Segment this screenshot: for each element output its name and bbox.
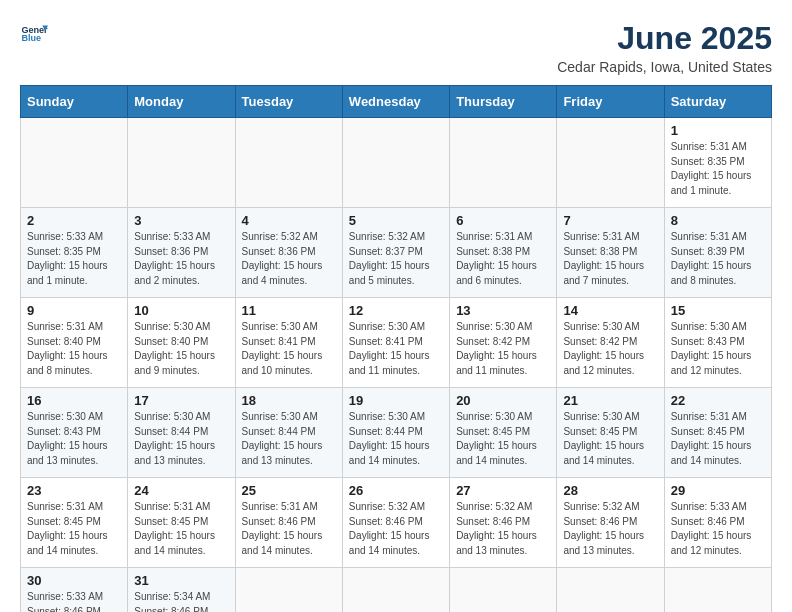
calendar-week-row: 2 Sunrise: 5:33 AM Sunset: 8:35 PM Dayli…: [21, 208, 772, 298]
day-number: 3: [134, 213, 228, 228]
svg-text:Blue: Blue: [21, 33, 41, 43]
logo: General Blue: [20, 20, 48, 48]
day-number: 11: [242, 303, 336, 318]
day-info: Sunrise: 5:31 AM Sunset: 8:46 PM Dayligh…: [242, 500, 336, 558]
day-info: Sunrise: 5:31 AM Sunset: 8:40 PM Dayligh…: [27, 320, 121, 378]
calendar-cell: 29 Sunrise: 5:33 AM Sunset: 8:46 PM Dayl…: [664, 478, 771, 568]
day-number: 26: [349, 483, 443, 498]
header-tuesday: Tuesday: [235, 86, 342, 118]
calendar-cell: 25 Sunrise: 5:31 AM Sunset: 8:46 PM Dayl…: [235, 478, 342, 568]
header-friday: Friday: [557, 86, 664, 118]
day-number: 9: [27, 303, 121, 318]
header-wednesday: Wednesday: [342, 86, 449, 118]
day-number: 17: [134, 393, 228, 408]
calendar-cell: [557, 568, 664, 613]
day-number: 31: [134, 573, 228, 588]
header-saturday: Saturday: [664, 86, 771, 118]
day-info: Sunrise: 5:31 AM Sunset: 8:45 PM Dayligh…: [134, 500, 228, 558]
calendar-cell: 8 Sunrise: 5:31 AM Sunset: 8:39 PM Dayli…: [664, 208, 771, 298]
day-info: Sunrise: 5:32 AM Sunset: 8:46 PM Dayligh…: [349, 500, 443, 558]
calendar-cell: 13 Sunrise: 5:30 AM Sunset: 8:42 PM Dayl…: [450, 298, 557, 388]
day-info: Sunrise: 5:33 AM Sunset: 8:46 PM Dayligh…: [671, 500, 765, 558]
calendar-cell: 27 Sunrise: 5:32 AM Sunset: 8:46 PM Dayl…: [450, 478, 557, 568]
day-number: 25: [242, 483, 336, 498]
day-info: Sunrise: 5:31 AM Sunset: 8:45 PM Dayligh…: [671, 410, 765, 468]
calendar-cell: [342, 118, 449, 208]
day-info: Sunrise: 5:32 AM Sunset: 8:36 PM Dayligh…: [242, 230, 336, 288]
calendar-cell: 12 Sunrise: 5:30 AM Sunset: 8:41 PM Dayl…: [342, 298, 449, 388]
day-info: Sunrise: 5:30 AM Sunset: 8:44 PM Dayligh…: [349, 410, 443, 468]
day-number: 27: [456, 483, 550, 498]
calendar-week-row: 16 Sunrise: 5:30 AM Sunset: 8:43 PM Dayl…: [21, 388, 772, 478]
day-number: 19: [349, 393, 443, 408]
day-info: Sunrise: 5:32 AM Sunset: 8:37 PM Dayligh…: [349, 230, 443, 288]
calendar-cell: 16 Sunrise: 5:30 AM Sunset: 8:43 PM Dayl…: [21, 388, 128, 478]
day-number: 12: [349, 303, 443, 318]
calendar-cell: [450, 118, 557, 208]
day-number: 5: [349, 213, 443, 228]
day-number: 2: [27, 213, 121, 228]
day-number: 28: [563, 483, 657, 498]
day-info: Sunrise: 5:32 AM Sunset: 8:46 PM Dayligh…: [563, 500, 657, 558]
day-number: 24: [134, 483, 228, 498]
day-number: 22: [671, 393, 765, 408]
day-info: Sunrise: 5:34 AM Sunset: 8:46 PM Dayligh…: [134, 590, 228, 612]
day-number: 14: [563, 303, 657, 318]
calendar-cell: 6 Sunrise: 5:31 AM Sunset: 8:38 PM Dayli…: [450, 208, 557, 298]
day-info: Sunrise: 5:31 AM Sunset: 8:39 PM Dayligh…: [671, 230, 765, 288]
title-area: June 2025 Cedar Rapids, Iowa, United Sta…: [557, 20, 772, 75]
calendar-cell: 7 Sunrise: 5:31 AM Sunset: 8:38 PM Dayli…: [557, 208, 664, 298]
day-number: 8: [671, 213, 765, 228]
day-info: Sunrise: 5:33 AM Sunset: 8:36 PM Dayligh…: [134, 230, 228, 288]
calendar-cell: 19 Sunrise: 5:30 AM Sunset: 8:44 PM Dayl…: [342, 388, 449, 478]
day-info: Sunrise: 5:30 AM Sunset: 8:42 PM Dayligh…: [456, 320, 550, 378]
day-info: Sunrise: 5:30 AM Sunset: 8:41 PM Dayligh…: [242, 320, 336, 378]
day-info: Sunrise: 5:30 AM Sunset: 8:43 PM Dayligh…: [27, 410, 121, 468]
calendar-cell: [557, 118, 664, 208]
header-monday: Monday: [128, 86, 235, 118]
calendar-table: SundayMondayTuesdayWednesdayThursdayFrid…: [20, 85, 772, 612]
calendar-week-row: 30 Sunrise: 5:33 AM Sunset: 8:46 PM Dayl…: [21, 568, 772, 613]
calendar-cell: [342, 568, 449, 613]
day-info: Sunrise: 5:30 AM Sunset: 8:45 PM Dayligh…: [563, 410, 657, 468]
day-info: Sunrise: 5:30 AM Sunset: 8:44 PM Dayligh…: [242, 410, 336, 468]
day-number: 30: [27, 573, 121, 588]
day-number: 21: [563, 393, 657, 408]
calendar-cell: 28 Sunrise: 5:32 AM Sunset: 8:46 PM Dayl…: [557, 478, 664, 568]
calendar-cell: 10 Sunrise: 5:30 AM Sunset: 8:40 PM Dayl…: [128, 298, 235, 388]
day-number: 10: [134, 303, 228, 318]
day-info: Sunrise: 5:30 AM Sunset: 8:44 PM Dayligh…: [134, 410, 228, 468]
logo-icon: General Blue: [20, 20, 48, 48]
calendar-cell: 26 Sunrise: 5:32 AM Sunset: 8:46 PM Dayl…: [342, 478, 449, 568]
day-info: Sunrise: 5:31 AM Sunset: 8:38 PM Dayligh…: [563, 230, 657, 288]
calendar-cell: 23 Sunrise: 5:31 AM Sunset: 8:45 PM Dayl…: [21, 478, 128, 568]
day-number: 6: [456, 213, 550, 228]
day-info: Sunrise: 5:30 AM Sunset: 8:43 PM Dayligh…: [671, 320, 765, 378]
day-number: 23: [27, 483, 121, 498]
calendar-cell: 30 Sunrise: 5:33 AM Sunset: 8:46 PM Dayl…: [21, 568, 128, 613]
day-info: Sunrise: 5:33 AM Sunset: 8:35 PM Dayligh…: [27, 230, 121, 288]
calendar-cell: 4 Sunrise: 5:32 AM Sunset: 8:36 PM Dayli…: [235, 208, 342, 298]
day-number: 29: [671, 483, 765, 498]
header-sunday: Sunday: [21, 86, 128, 118]
calendar-cell: 9 Sunrise: 5:31 AM Sunset: 8:40 PM Dayli…: [21, 298, 128, 388]
calendar-cell: [128, 118, 235, 208]
day-info: Sunrise: 5:30 AM Sunset: 8:45 PM Dayligh…: [456, 410, 550, 468]
calendar-cell: [450, 568, 557, 613]
header-thursday: Thursday: [450, 86, 557, 118]
day-info: Sunrise: 5:31 AM Sunset: 8:35 PM Dayligh…: [671, 140, 765, 198]
calendar-cell: 31 Sunrise: 5:34 AM Sunset: 8:46 PM Dayl…: [128, 568, 235, 613]
calendar-cell: 17 Sunrise: 5:30 AM Sunset: 8:44 PM Dayl…: [128, 388, 235, 478]
day-info: Sunrise: 5:31 AM Sunset: 8:38 PM Dayligh…: [456, 230, 550, 288]
day-info: Sunrise: 5:32 AM Sunset: 8:46 PM Dayligh…: [456, 500, 550, 558]
calendar-cell: 3 Sunrise: 5:33 AM Sunset: 8:36 PM Dayli…: [128, 208, 235, 298]
calendar-cell: 2 Sunrise: 5:33 AM Sunset: 8:35 PM Dayli…: [21, 208, 128, 298]
calendar-cell: 1 Sunrise: 5:31 AM Sunset: 8:35 PM Dayli…: [664, 118, 771, 208]
day-number: 20: [456, 393, 550, 408]
day-number: 15: [671, 303, 765, 318]
day-info: Sunrise: 5:30 AM Sunset: 8:41 PM Dayligh…: [349, 320, 443, 378]
day-number: 1: [671, 123, 765, 138]
day-number: 18: [242, 393, 336, 408]
calendar-cell: 20 Sunrise: 5:30 AM Sunset: 8:45 PM Dayl…: [450, 388, 557, 478]
calendar-cell: 15 Sunrise: 5:30 AM Sunset: 8:43 PM Dayl…: [664, 298, 771, 388]
